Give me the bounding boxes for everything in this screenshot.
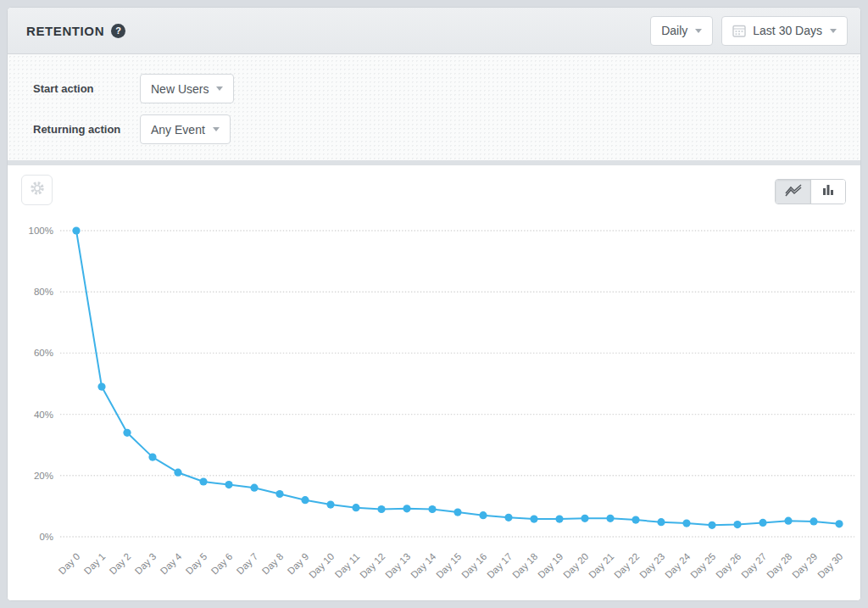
chevron-down-icon bbox=[695, 29, 702, 33]
x-axis-tick-label: Day 18 bbox=[510, 551, 539, 580]
x-axis-tick-label: Day 14 bbox=[409, 551, 438, 581]
x-axis-tick-label: Day 27 bbox=[739, 551, 768, 580]
chart-type-toggle bbox=[775, 179, 846, 204]
data-point[interactable] bbox=[581, 515, 588, 522]
data-point[interactable] bbox=[97, 383, 105, 391]
data-point[interactable] bbox=[199, 477, 207, 485]
x-axis-tick-label: Day 8 bbox=[260, 551, 286, 577]
granularity-dropdown[interactable]: Daily bbox=[650, 16, 713, 46]
data-point[interactable] bbox=[174, 469, 181, 477]
start-action-row: Start action New Users bbox=[33, 74, 860, 103]
start-action-value: New Users bbox=[151, 82, 209, 96]
x-axis-tick-label: Day 10 bbox=[307, 551, 336, 580]
data-point[interactable] bbox=[810, 517, 817, 525]
data-point[interactable] bbox=[606, 515, 614, 522]
data-point[interactable] bbox=[403, 505, 410, 512]
date-range-value: Last 30 Days bbox=[753, 24, 822, 37]
x-axis-tick-label: Day 5 bbox=[184, 551, 209, 577]
data-point[interactable] bbox=[708, 522, 715, 529]
x-axis-tick-label: Day 4 bbox=[159, 551, 184, 577]
date-range-dropdown[interactable]: Last 30 Days bbox=[721, 16, 848, 46]
data-point[interactable] bbox=[682, 520, 690, 527]
x-axis-tick-label: Day 22 bbox=[612, 551, 641, 580]
x-axis-tick-label: Day 25 bbox=[688, 551, 717, 580]
calendar-icon bbox=[732, 24, 746, 37]
returning-action-select[interactable]: Any Event bbox=[140, 114, 231, 144]
bar-chart-toggle-button[interactable] bbox=[810, 180, 845, 204]
retention-line bbox=[76, 231, 839, 525]
data-point[interactable] bbox=[123, 429, 131, 437]
data-point[interactable] bbox=[657, 518, 665, 526]
data-point[interactable] bbox=[453, 509, 461, 516]
data-point[interactable] bbox=[784, 517, 792, 525]
data-point[interactable] bbox=[225, 481, 232, 488]
start-action-select[interactable]: New Users bbox=[140, 74, 234, 103]
y-axis-tick-label: 100% bbox=[29, 226, 53, 236]
help-icon[interactable]: ? bbox=[111, 24, 125, 38]
x-axis-tick-label: Day 23 bbox=[637, 551, 666, 580]
report-header: RETENTION ? Daily bbox=[8, 8, 860, 54]
x-axis-tick-label: Day 13 bbox=[383, 551, 412, 580]
data-point[interactable] bbox=[377, 505, 385, 513]
data-point[interactable] bbox=[835, 520, 843, 527]
x-axis-tick-label: Day 30 bbox=[815, 551, 844, 580]
data-point[interactable] bbox=[275, 490, 283, 498]
data-point[interactable] bbox=[479, 511, 487, 519]
retention-line-chart[interactable]: 100%80%60%40%20%0%Day 0Day 1Day 2Day 3Da… bbox=[8, 212, 860, 601]
filters-panel: Start action New Users Returning action … bbox=[8, 54, 860, 160]
x-axis-tick-label: Day 3 bbox=[133, 551, 159, 577]
line-chart-icon bbox=[784, 183, 803, 200]
y-axis-tick-label: 20% bbox=[34, 471, 53, 481]
granularity-value: Daily bbox=[661, 24, 687, 37]
data-point[interactable] bbox=[250, 484, 258, 492]
chart-toolbar bbox=[8, 165, 860, 212]
y-axis-tick-label: 80% bbox=[34, 287, 53, 297]
bar-chart-icon bbox=[821, 183, 835, 200]
data-point[interactable] bbox=[733, 521, 741, 528]
x-axis-tick-label: Day 19 bbox=[536, 551, 565, 580]
data-point[interactable] bbox=[428, 505, 436, 513]
x-axis-tick-label: Day 1 bbox=[82, 551, 108, 577]
x-axis-tick-label: Day 0 bbox=[57, 551, 82, 577]
data-point[interactable] bbox=[504, 514, 512, 522]
chevron-down-icon bbox=[830, 29, 837, 33]
x-axis-tick-label: Day 20 bbox=[561, 551, 590, 580]
data-point[interactable] bbox=[148, 454, 156, 461]
y-axis-tick-label: 0% bbox=[39, 532, 53, 542]
chevron-down-icon bbox=[213, 127, 220, 131]
returning-action-label: Returning action bbox=[33, 123, 140, 136]
x-axis-tick-label: Day 7 bbox=[235, 551, 260, 577]
returning-action-value: Any Event bbox=[151, 123, 205, 137]
returning-action-row: Returning action Any Event bbox=[33, 114, 860, 144]
start-action-label: Start action bbox=[33, 82, 140, 95]
line-chart-toggle-button[interactable] bbox=[776, 180, 810, 204]
data-point[interactable] bbox=[326, 501, 334, 509]
x-axis-tick-label: Day 15 bbox=[434, 551, 463, 580]
chevron-down-icon bbox=[216, 86, 223, 91]
x-axis-tick-label: Day 17 bbox=[485, 551, 514, 580]
data-point[interactable] bbox=[352, 504, 359, 511]
x-axis-tick-label: Day 26 bbox=[714, 551, 743, 580]
x-axis-tick-label: Day 21 bbox=[587, 551, 615, 580]
x-axis-tick-label: Day 29 bbox=[790, 551, 819, 580]
data-point[interactable] bbox=[632, 516, 639, 524]
x-axis-tick-label: Day 12 bbox=[358, 551, 387, 580]
page-background: RETENTION ? Daily bbox=[0, 0, 868, 608]
chart-settings-button[interactable] bbox=[21, 175, 53, 205]
data-point[interactable] bbox=[759, 519, 766, 527]
x-axis-tick-label: Day 6 bbox=[209, 551, 235, 577]
retention-report-card: RETENTION ? Daily bbox=[7, 7, 861, 601]
x-axis-tick-label: Day 2 bbox=[108, 551, 133, 577]
data-point[interactable] bbox=[301, 496, 309, 504]
x-axis-tick-label: Day 24 bbox=[663, 551, 693, 581]
data-point[interactable] bbox=[530, 516, 537, 523]
page-title: RETENTION bbox=[26, 24, 104, 38]
x-axis-tick-label: Day 11 bbox=[333, 551, 362, 580]
x-axis-tick-label: Day 16 bbox=[459, 551, 488, 580]
y-axis-tick-label: 60% bbox=[34, 348, 53, 358]
data-point[interactable] bbox=[555, 516, 563, 523]
x-axis-tick-label: Day 28 bbox=[765, 551, 793, 580]
gear-icon bbox=[30, 181, 45, 199]
data-point[interactable] bbox=[72, 226, 80, 234]
chart-section: 100%80%60%40%20%0%Day 0Day 1Day 2Day 3Da… bbox=[8, 165, 860, 601]
